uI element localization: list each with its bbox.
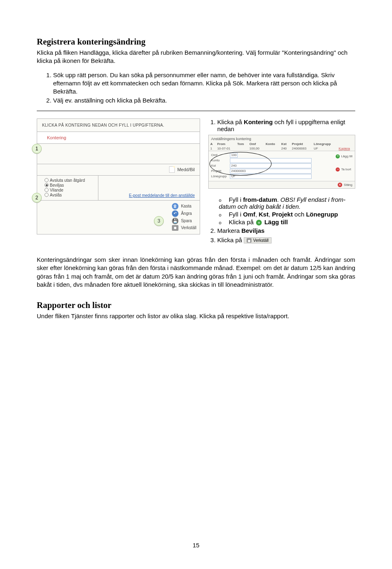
radio-icon: [45, 178, 49, 182]
projekt-label: Projekt: [211, 169, 230, 173]
bullet-fields: Fyll i Omf, Kst, Projekt och Lönegrupp: [219, 211, 355, 218]
execute-icon: [247, 238, 252, 243]
instr-3: Klicka på Verkställ: [217, 237, 355, 244]
kont-row[interactable]: 1 10-07-01 100,00 240 24000083 UF Kopier…: [209, 146, 355, 151]
bullet-from-datum: Fyll i from-datum. OBS! Fyll endast i fr…: [219, 196, 355, 210]
meddbil-row[interactable]: Medd/Bil: [37, 164, 200, 176]
kontering-link[interactable]: Kontering: [37, 132, 200, 144]
sub-bullets: Fyll i from-datum. OBS! Fyll endast i fr…: [208, 196, 355, 225]
omf-label: Omf: [211, 153, 230, 157]
stang-label[interactable]: Stäng: [344, 183, 352, 187]
badge-1: 1: [32, 144, 42, 154]
heading-register: Registrera konteringsändring: [37, 37, 355, 47]
btn-verkstall[interactable]: Verkställ: [172, 225, 196, 231]
btn-kasta[interactable]: 🗑 Kasta: [172, 203, 196, 210]
lagg-till-btn[interactable]: + Lägg till: [336, 154, 352, 158]
undo-icon: ↶: [172, 210, 178, 217]
radio-vilande[interactable]: Vilande: [45, 188, 95, 192]
btn-spara[interactable]: 💾 Spara: [172, 218, 196, 224]
right-instruction-list: Klicka på Kontering och fyll i uppgifter…: [208, 118, 355, 132]
lonegrupp-input[interactable]: UF: [230, 174, 312, 179]
meddbil-label: Medd/Bil: [177, 167, 195, 172]
kont-form: + Lägg till − Ta bort Omf 100 Konto: [209, 151, 355, 181]
execute-icon: [172, 225, 178, 231]
radio-avsluta[interactable]: Avsluta utan åtgärd: [45, 178, 95, 183]
minus-icon: −: [336, 167, 340, 172]
radio-icon-checked: [45, 183, 49, 187]
projekt-input[interactable]: 24000083: [230, 169, 312, 174]
note-icon: [169, 166, 175, 173]
verkstall-inline-btn[interactable]: Verkställ: [244, 237, 272, 243]
intro-steps-list: Sök upp rätt person. Du kan söka på pers…: [37, 71, 355, 105]
email-link[interactable]: E-post meddelande till den anställde: [129, 193, 195, 198]
step-2: Välj ev. anställning och klicka på Bekrä…: [53, 96, 355, 105]
step-1: Sök upp rätt person. Du kan söka på pers…: [53, 71, 355, 96]
radio-avslas[interactable]: Avslås: [45, 193, 95, 197]
plus-icon-inline: +: [256, 220, 262, 225]
konto-input[interactable]: [230, 158, 312, 163]
end-paragraph: Under fliken Tjänster finns rapporter oc…: [37, 312, 355, 320]
konto-label: Konto: [211, 158, 230, 162]
bullet-laggtill: Klicka på + Lägg till: [219, 219, 355, 225]
instr-2: Markera Beviljas: [217, 227, 355, 234]
radio-icon: [45, 188, 49, 192]
close-icon[interactable]: ✕: [338, 183, 342, 187]
trash-icon: 🗑: [172, 203, 178, 210]
omf-input[interactable]: 100: [230, 153, 238, 158]
kont-header: Anställningens kontering: [209, 135, 355, 141]
right-instruction-list-cont: Markera Beviljas Klicka på Verkställ: [208, 227, 355, 244]
panel-banner: KLICKA PÅ KONTERING NEDAN OCH FYLL I UPP…: [37, 119, 200, 132]
kst-label: Kst: [211, 164, 230, 167]
badge-2: 2: [32, 193, 42, 203]
ta-bort-btn[interactable]: − Ta bort: [336, 167, 352, 172]
instr-1: Klicka på Kontering och fyll i uppgifter…: [217, 118, 355, 132]
intro-paragraph: Klicka på fliken Handlägga, klicka däref…: [37, 49, 355, 65]
heading-reports: Rapporter och listor: [37, 300, 355, 310]
divider: [37, 111, 355, 111]
badge-3: 3: [154, 216, 164, 226]
lonegrupp-label: Lönegrupp: [211, 174, 230, 178]
save-icon: 💾: [172, 218, 178, 224]
kopiera-link[interactable]: Kopiera: [339, 147, 350, 150]
kont-table: A From Tom Omf Konto Kst Projekt Lönegru…: [209, 142, 355, 151]
after-paragraph: Konteringsändringar som sker innan lönek…: [37, 256, 355, 289]
panel-spacer: [37, 144, 200, 164]
radio-icon: [45, 193, 49, 197]
kontering-panel: Anställningens kontering A From Tom Omf …: [208, 135, 355, 189]
btn-angra[interactable]: ↶ Ångra: [172, 210, 196, 217]
screenshot-panel: KLICKA PÅ KONTERING NEDAN OCH FYLL I UPP…: [37, 118, 200, 234]
kst-input[interactable]: 240: [230, 163, 312, 168]
page-number: 15: [0, 542, 392, 549]
plus-icon: +: [336, 154, 340, 158]
radio-beviljas[interactable]: Beviljas: [45, 183, 95, 187]
